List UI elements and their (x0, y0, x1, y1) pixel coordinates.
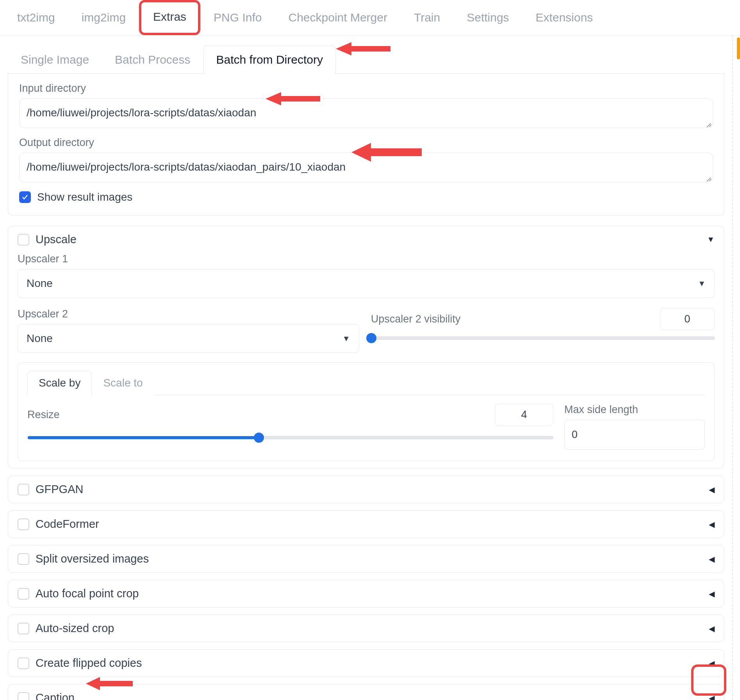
tab-checkpoint-merger[interactable]: Checkpoint Merger (275, 0, 401, 35)
caption-section: Caption ◀ (8, 684, 724, 700)
codeformer-title: CodeFormer (36, 518, 703, 531)
chevron-left-icon[interactable]: ◀ (709, 693, 715, 700)
chevron-down-icon: ▼ (698, 279, 706, 288)
input-directory-label: Input directory (19, 82, 713, 94)
split-oversized-title: Split oversized images (36, 552, 703, 565)
tab-png-info[interactable]: PNG Info (200, 0, 275, 35)
caption-title: Caption (36, 691, 703, 700)
resize-value[interactable]: 4 (495, 404, 553, 426)
upscaler1-value: None (27, 277, 53, 290)
codeformer-checkbox[interactable] (18, 518, 29, 530)
chevron-left-icon[interactable]: ◀ (709, 624, 715, 633)
output-directory-label: Output directory (19, 137, 713, 149)
split-oversized-checkbox[interactable] (18, 553, 29, 565)
tab-txt2img[interactable]: txt2img (4, 0, 68, 35)
upscaler1-label: Upscaler 1 (18, 253, 715, 265)
directory-panel: Input directory /home/liuwei/projects/lo… (8, 74, 724, 216)
subtab-batch-process[interactable]: Batch Process (102, 46, 203, 74)
main-tabs: txt2img img2img Extras PNG Info Checkpoi… (0, 0, 740, 36)
show-result-images-row[interactable]: Show result images (19, 191, 713, 203)
auto-focal-checkbox[interactable] (18, 588, 29, 600)
auto-focal-title: Auto focal point crop (36, 587, 703, 600)
chevron-down-icon[interactable]: ▼ (707, 235, 715, 244)
chevron-left-icon[interactable]: ◀ (709, 520, 715, 529)
caption-checkbox[interactable] (18, 692, 29, 700)
extras-sub-tabs: Single Image Batch Process Batch from Di… (0, 36, 732, 74)
show-result-images-label: Show result images (37, 191, 132, 203)
show-result-images-checkbox[interactable] (19, 191, 31, 203)
max-side-length-label: Max side length (564, 404, 705, 416)
upscale-title: Upscale (36, 233, 701, 246)
tab-scale-by[interactable]: Scale by (27, 371, 92, 395)
input-directory-field[interactable]: /home/liuwei/projects/lora-scripts/datas… (19, 98, 713, 128)
upscaler2-visibility-slider[interactable] (371, 337, 715, 340)
chevron-down-icon: ▼ (342, 334, 350, 343)
flipped-copies-section: Create flipped copies ◀ (8, 649, 724, 677)
upscaler2-visibility-label: Upscaler 2 visibility (371, 313, 461, 325)
subtab-single-image[interactable]: Single Image (8, 46, 102, 74)
resize-label: Resize (27, 409, 60, 421)
flipped-copies-title: Create flipped copies (36, 657, 703, 670)
gfpgan-section: GFPGAN ◀ (8, 476, 724, 503)
chevron-left-icon[interactable]: ◀ (709, 554, 715, 564)
gfpgan-title: GFPGAN (36, 483, 703, 496)
auto-sized-section: Auto-sized crop ◀ (8, 615, 724, 642)
tab-img2img[interactable]: img2img (68, 0, 139, 35)
scale-panel: Scale by Scale to Resize 4 (18, 362, 715, 461)
auto-focal-section: Auto focal point crop ◀ (8, 580, 724, 607)
upscaler2-visibility-value[interactable]: 0 (660, 308, 715, 330)
flipped-copies-checkbox[interactable] (18, 657, 29, 669)
upscale-checkbox[interactable] (18, 234, 29, 246)
tab-extras[interactable]: Extras (139, 0, 200, 35)
upscaler2-label: Upscaler 2 (18, 308, 359, 320)
subtab-batch-from-directory[interactable]: Batch from Directory (203, 46, 336, 74)
upscaler2-dropdown[interactable]: None ▼ (18, 324, 359, 353)
tab-extensions[interactable]: Extensions (522, 0, 606, 35)
auto-sized-checkbox[interactable] (18, 623, 29, 634)
tab-settings[interactable]: Settings (453, 0, 522, 35)
tab-train[interactable]: Train (401, 0, 453, 35)
split-oversized-section: Split oversized images ◀ (8, 545, 724, 573)
chevron-left-icon[interactable]: ◀ (709, 485, 715, 494)
max-side-length-value[interactable]: 0 (564, 420, 705, 450)
tab-scale-to[interactable]: Scale to (92, 371, 154, 395)
upscale-section: Upscale ▼ Upscaler 1 None ▼ Upscaler 2 N… (8, 226, 724, 468)
upscaler1-dropdown[interactable]: None ▼ (18, 269, 715, 298)
auto-sized-title: Auto-sized crop (36, 622, 703, 635)
codeformer-section: CodeFormer ◀ (8, 510, 724, 538)
right-edge-marker (737, 37, 740, 59)
chevron-left-icon[interactable]: ◀ (709, 589, 715, 598)
output-directory-field[interactable]: /home/liuwei/projects/lora-scripts/datas… (19, 153, 713, 182)
upscaler2-value: None (27, 332, 53, 345)
chevron-left-icon[interactable]: ◀ (709, 659, 715, 668)
gfpgan-checkbox[interactable] (18, 484, 29, 495)
resize-slider[interactable] (27, 436, 553, 439)
